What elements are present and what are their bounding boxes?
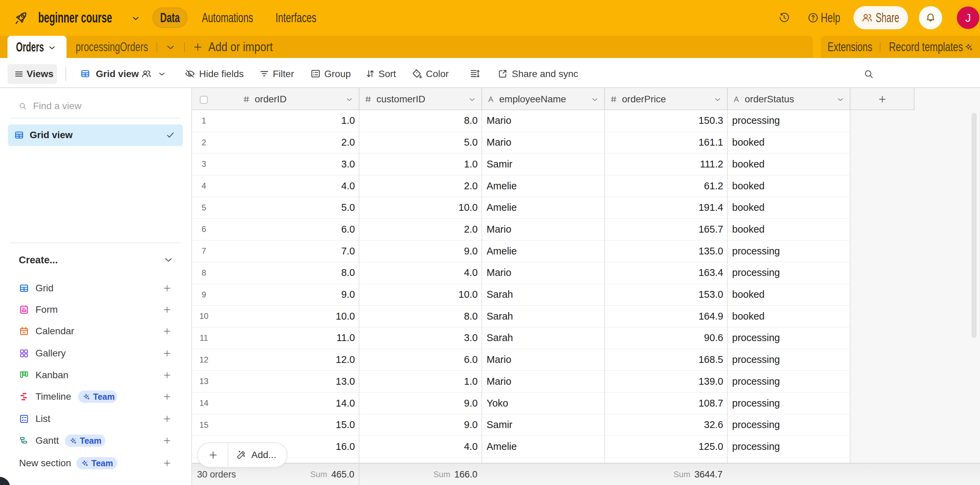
svg-text:31: 31 (22, 331, 26, 334)
